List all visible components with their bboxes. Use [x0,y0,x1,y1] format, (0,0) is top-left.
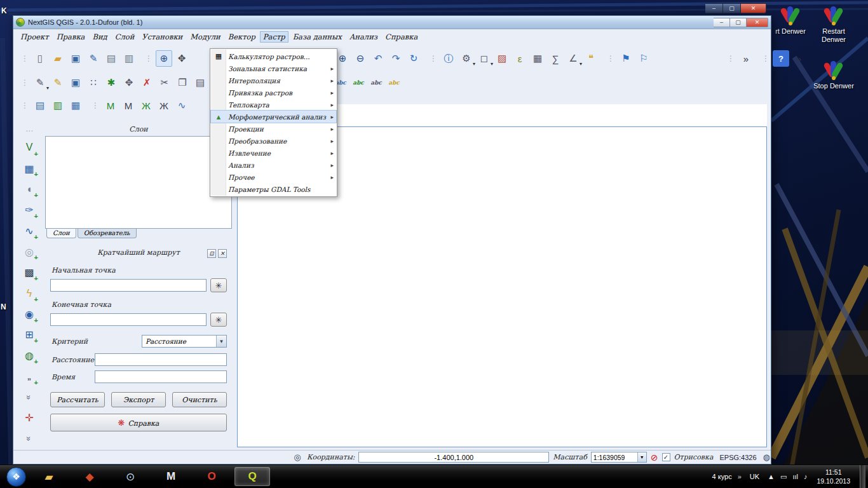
show-desktop-button[interactable] [860,465,865,488]
select-by-expression-button[interactable]: ε [512,50,528,67]
help-button[interactable]: ? [773,50,789,67]
title-bar[interactable]: NextGIS QGIS - 2.0.1-Dufour (bld. 1) – ▢… [13,16,771,29]
tab-layers[interactable]: Слои [46,229,76,238]
zoom-to-selection-button[interactable]: ⊕ [156,50,172,67]
save-layer-edits-button[interactable]: ▣ [67,74,84,91]
taskbar-magnifier-button[interactable]: ⊙ [112,467,148,486]
toggle-editing-button[interactable]: ✎ [50,74,66,91]
menu-item-conversion[interactable]: Преобразование ▸ [211,135,336,147]
export-button[interactable]: Экспорт [111,392,166,407]
taskbar-toolbar-overflow[interactable]: » [738,473,742,480]
volume-tray-icon[interactable]: ♪ [804,473,808,480]
render-checkbox[interactable]: ✓ [662,453,670,461]
panel-float-button[interactable]: ⊡ [207,249,216,258]
taskbar-qgis-button[interactable]: Q [234,467,270,486]
sidebar-overflow-icon-2[interactable]: » [21,430,38,448]
composer-manager-button[interactable]: ▥ [121,50,137,67]
display-tray-icon[interactable]: ▭ [780,473,787,481]
maximize-button[interactable]: ▢ [730,18,747,27]
desktop-icon-start-denwer[interactable]: rt Denwer [770,5,811,36]
bg-minimize-button[interactable]: – [705,3,723,13]
distance-field[interactable] [95,353,227,366]
menubar-item[interactable]: База данных [290,31,345,43]
sidebar-overflow-icon[interactable]: » [21,388,38,406]
clear-button[interactable]: Очистить [172,392,227,407]
pan-map-button[interactable]: ✥ [173,50,190,67]
add-wms-layer-button[interactable]: ◉ [20,306,38,323]
help-button[interactable]: ❋Справка [50,414,227,431]
menu-item-projections[interactable]: Проекции ▸ [211,123,336,135]
desktop-icon-restart-denwer[interactable]: Restart Denwer [813,5,854,43]
end-point-input[interactable] [50,313,207,326]
current-edits-button[interactable]: ✎ [32,74,48,91]
menu-item-georeferencer[interactable]: Привязка растров ▸ [211,86,336,98]
new-bookmark-button[interactable]: ⚑ [618,50,634,67]
plugin-layers-button-2[interactable]: ▥ [50,97,66,114]
map-tips-button[interactable]: ❝ [583,50,599,67]
taskbar-explorer-button[interactable]: ▰ [31,467,67,486]
add-db-layer-button[interactable]: ▩ [20,264,38,281]
criterion-select[interactable]: Расстояние ▼ [142,335,227,348]
add-wfs-layer-button[interactable]: ϟ [20,285,38,302]
zoom-last-button[interactable]: ↶ [370,50,386,67]
plugin-spline-button[interactable]: ∿ [173,97,190,114]
add-mssql-layer-button[interactable]: ∿ [20,222,38,240]
attribute-table-button[interactable]: ▦ [529,50,546,67]
menu-item-zonal-statistics[interactable]: Зональная статистика ▸ [211,62,336,74]
open-project-button[interactable]: ▰ [50,50,66,67]
node-tool-button[interactable]: ∷ [85,74,102,91]
zoom-next-button[interactable]: ↷ [388,50,404,67]
menu-item-miscellaneous[interactable]: Прочее ▸ [211,171,336,183]
zoom-out-button[interactable]: ⊖ [352,50,369,67]
add-ows-layer-button[interactable]: ◍ [20,347,38,364]
clock[interactable]: 11:51 19.10.2013 [813,468,854,485]
menubar-item[interactable]: Растр [260,31,288,43]
menubar-item[interactable]: Вектор [225,31,259,43]
menu-item-raster-calculator[interactable]: ▦ Калькулятор растров... ▸ [211,50,336,62]
plugin-graph-button-2[interactable]: M [120,97,137,114]
annotation-tool-button[interactable]: ✛ [20,410,38,427]
close-button[interactable]: ✕ [747,18,768,27]
add-vector-layer-button[interactable]: V [20,139,38,156]
change-label-button[interactable]: abc [386,74,402,91]
start-point-input[interactable] [50,279,207,292]
add-postgis-layer-button[interactable]: ◖ [20,180,38,198]
menubar-item[interactable]: Анализ [346,31,381,43]
menu-item-analysis[interactable]: Анализ ▸ [211,159,336,171]
new-project-button[interactable]: ▯ [32,50,48,67]
plugin-layers-button-1[interactable]: ▤ [32,97,48,114]
crs-status-button[interactable]: EPSG:4326 [717,453,759,462]
scale-select[interactable]: 1:1639059 ▼ [591,452,647,463]
add-feature-button[interactable]: ✱ [103,74,119,91]
select-features-button[interactable]: ◻ [476,50,492,67]
projection-globe-icon[interactable]: ◍ [763,452,770,462]
pick-start-point-button[interactable]: ✳ [210,278,227,292]
taskbar-app-m-button[interactable]: M [153,467,189,486]
menu-item-heatmap[interactable]: Теплокарта ▸ [211,98,336,111]
language-indicator[interactable]: UK [747,471,762,482]
plugin-graph-button-3[interactable]: Ж [138,97,154,114]
deselect-all-button[interactable]: ▨ [494,50,510,67]
identify-button[interactable]: ⓘ [440,50,457,67]
coordinates-input[interactable] [358,452,549,463]
paste-features-button[interactable]: ▤ [192,74,208,91]
field-calculator-button[interactable]: ∑ [547,50,564,67]
pick-end-point-button[interactable]: ✳ [210,313,227,327]
menu-item-terrain-analysis[interactable]: ▲ Морфометрический анализ ▸ [211,111,336,123]
menubar-item[interactable]: Слой [112,31,138,43]
panel-close-button[interactable]: ✕ [218,249,227,258]
tab-browser[interactable]: Обозреватель [78,229,137,238]
plugin-graph-button-4[interactable]: Ж [156,97,172,114]
network-tray-icon[interactable]: ııl [792,473,798,480]
copy-features-button[interactable]: ❐ [174,74,191,91]
hidden-icons-chevron[interactable]: ▲ [768,473,775,480]
toolbar-overflow-button-2[interactable]: » [790,50,807,67]
add-delimited-text-layer-button[interactable]: „ [20,368,38,385]
start-button[interactable]: ❖ [6,467,26,487]
add-raster-layer-button[interactable]: ▦ [20,160,38,177]
plugin-graph-button-1[interactable]: M [102,97,119,114]
cut-features-button[interactable]: ✂ [156,74,173,91]
menubar-item[interactable]: Справка [382,31,421,43]
desktop-icon-stop-denwer[interactable]: Stop Denwer [813,60,854,90]
measure-button[interactable]: ∠ [565,50,581,67]
